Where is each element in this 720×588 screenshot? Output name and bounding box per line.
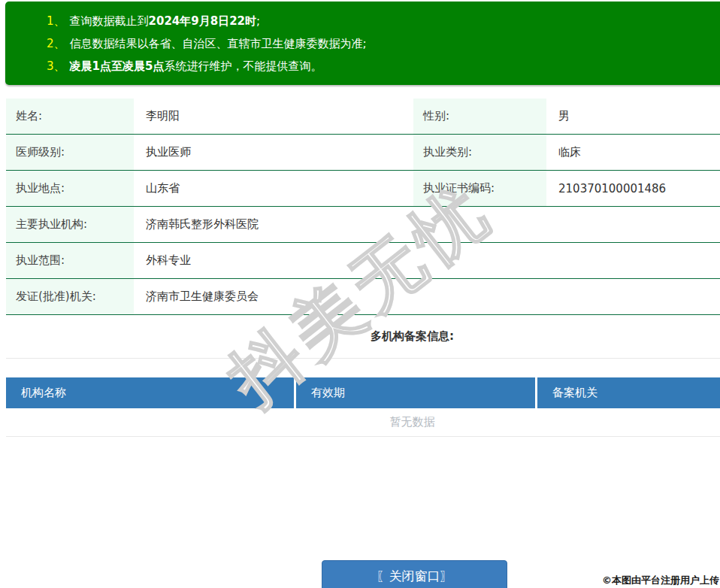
multi-org-section-title: 多机构备案信息:	[6, 315, 720, 359]
column-header-institution-name: 机构名称	[6, 377, 294, 408]
field-value-practice-category: 临床	[546, 135, 720, 170]
field-value-issuing-authority: 济南市卫生健康委员会	[134, 279, 720, 314]
notice-number: 2、	[47, 37, 65, 50]
notice-text: 查询数据截止到	[70, 14, 149, 28]
field-label-practice-location: 执业地点:	[6, 171, 134, 206]
notice-line: 2、信息数据结果以各省、自治区、直辖市卫生健康委数据为准;	[47, 32, 720, 55]
field-label-issuing-authority: 发证(批准)机关:	[6, 279, 134, 314]
notice-number: 3、	[47, 59, 65, 73]
notice-text: 系统进行维护，不能提供查询。	[164, 59, 322, 73]
table-row: 发证(批准)机关: 济南市卫生健康委员会	[6, 279, 720, 315]
field-value-practice-location: 山东省	[134, 171, 413, 206]
column-header-record-authority: 备案机关	[535, 377, 720, 408]
field-value-main-institution: 济南韩氏整形外科医院	[134, 207, 720, 242]
practitioner-info-table: 姓名: 李明阳 性别: 男 医师级别: 执业医师 执业类别: 临床 执业地点: …	[6, 99, 720, 315]
field-label-main-institution: 主要执业机构:	[6, 207, 134, 242]
table-row: 医师级别: 执业医师 执业类别: 临床	[6, 135, 720, 171]
table-row: 执业地点: 山东省 执业证书编码: 210370100001486	[6, 171, 720, 207]
notice-line: 1、查询数据截止到2024年9月8日22时;	[47, 10, 720, 32]
field-label-certificate-number: 执业证书编码:	[413, 171, 546, 206]
field-label-gender: 性别:	[413, 99, 546, 134]
field-label-name: 姓名:	[6, 99, 134, 134]
field-label-doctor-level: 医师级别:	[6, 135, 134, 170]
table-row: 姓名: 李明阳 性别: 男	[6, 99, 720, 135]
page-container: 1、查询数据截止到2024年9月8日22时; 2、信息数据结果以各省、自治区、直…	[5, 0, 720, 588]
field-value-gender: 男	[546, 99, 720, 134]
notice-text-bold: 凌晨1点至凌晨5点	[70, 59, 165, 73]
notice-text: 信息数据结果以各省、自治区、直辖市卫生健康委数据为准;	[70, 37, 367, 50]
copyright-watermark: ©本图由平台注册用户上传	[602, 574, 719, 587]
close-window-button[interactable]: 〖关闭窗口〗	[322, 560, 507, 588]
field-value-practice-scope: 外科专业	[134, 243, 720, 278]
multi-org-table-header: 机构名称 有效期 备案机关	[6, 377, 720, 408]
notice-text: ;	[256, 14, 260, 28]
multi-org-table: 机构名称 有效期 备案机关 暂无数据	[6, 377, 720, 437]
field-value-certificate-number: 210370100001486	[546, 171, 720, 206]
column-header-validity-period: 有效期	[294, 377, 535, 408]
notice-number: 1、	[47, 14, 65, 28]
table-row: 主要执业机构: 济南韩氏整形外科医院	[6, 207, 720, 243]
notice-line: 3、凌晨1点至凌晨5点系统进行维护，不能提供查询。	[47, 55, 720, 77]
field-value-doctor-level: 执业医师	[134, 135, 413, 170]
notice-text-bold: 2024年9月8日22时	[149, 14, 257, 28]
empty-data-row: 暂无数据	[6, 408, 720, 437]
field-label-practice-scope: 执业范围:	[6, 243, 134, 278]
field-value-name: 李明阳	[134, 99, 413, 134]
notice-banner: 1、查询数据截止到2024年9月8日22时; 2、信息数据结果以各省、自治区、直…	[5, 2, 720, 85]
field-label-practice-category: 执业类别:	[413, 135, 546, 170]
table-row: 执业范围: 外科专业	[6, 243, 720, 279]
